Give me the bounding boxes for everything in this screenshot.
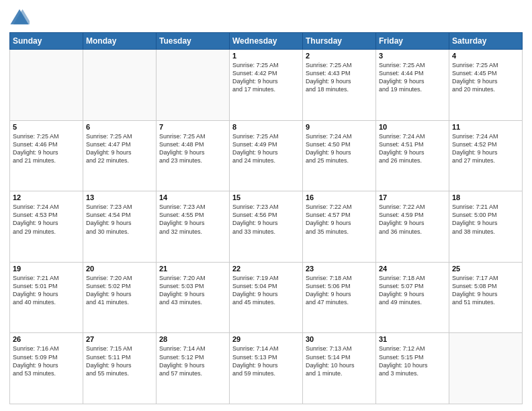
day-number: 23 [306, 265, 373, 273]
day-detail: Sunrise: 7:20 AM Sunset: 5:02 PM Dayligh… [86, 274, 153, 307]
day-number: 27 [86, 335, 153, 343]
calendar-cell: 13Sunrise: 7:23 AM Sunset: 4:54 PM Dayli… [83, 191, 157, 263]
calendar-cell: 3Sunrise: 7:25 AM Sunset: 4:44 PM Daylig… [376, 50, 449, 121]
week-row-4: 26Sunrise: 7:16 AM Sunset: 5:09 PM Dayli… [10, 333, 523, 404]
calendar-cell: 25Sunrise: 7:17 AM Sunset: 5:08 PM Dayli… [449, 262, 523, 333]
day-number: 29 [232, 335, 300, 343]
day-number: 12 [13, 193, 80, 201]
day-detail: Sunrise: 7:25 AM Sunset: 4:47 PM Dayligh… [86, 132, 153, 165]
day-number: 31 [379, 335, 446, 343]
calendar-cell: 26Sunrise: 7:16 AM Sunset: 5:09 PM Dayli… [10, 333, 83, 404]
calendar-cell: 21Sunrise: 7:20 AM Sunset: 5:03 PM Dayli… [157, 262, 230, 333]
day-detail: Sunrise: 7:24 AM Sunset: 4:51 PM Dayligh… [379, 132, 446, 165]
weekday-header-wednesday: Wednesday [230, 33, 303, 50]
day-number: 21 [159, 265, 226, 273]
day-detail: Sunrise: 7:21 AM Sunset: 5:00 PM Dayligh… [452, 203, 519, 236]
weekday-header-friday: Friday [376, 33, 449, 50]
day-detail: Sunrise: 7:19 AM Sunset: 5:04 PM Dayligh… [232, 274, 300, 307]
day-number: 8 [232, 123, 300, 131]
day-number: 22 [232, 265, 300, 273]
calendar-cell: 17Sunrise: 7:22 AM Sunset: 4:59 PM Dayli… [376, 191, 449, 263]
calendar-cell [449, 333, 523, 404]
day-number: 10 [379, 123, 446, 131]
day-detail: Sunrise: 7:25 AM Sunset: 4:43 PM Dayligh… [306, 61, 373, 94]
day-number: 16 [306, 193, 373, 201]
day-detail: Sunrise: 7:25 AM Sunset: 4:45 PM Dayligh… [452, 61, 519, 94]
day-detail: Sunrise: 7:24 AM Sunset: 4:52 PM Dayligh… [452, 132, 519, 165]
calendar-cell: 6Sunrise: 7:25 AM Sunset: 4:47 PM Daylig… [83, 120, 157, 191]
calendar-cell: 28Sunrise: 7:14 AM Sunset: 5:12 PM Dayli… [157, 333, 230, 404]
calendar-cell: 8Sunrise: 7:25 AM Sunset: 4:49 PM Daylig… [230, 120, 303, 191]
day-detail: Sunrise: 7:24 AM Sunset: 4:50 PM Dayligh… [306, 132, 373, 165]
calendar-cell: 18Sunrise: 7:21 AM Sunset: 5:00 PM Dayli… [449, 191, 523, 263]
calendar-cell: 4Sunrise: 7:25 AM Sunset: 4:45 PM Daylig… [449, 50, 523, 121]
calendar-cell: 10Sunrise: 7:24 AM Sunset: 4:51 PM Dayli… [376, 120, 449, 191]
calendar-cell: 24Sunrise: 7:18 AM Sunset: 5:07 PM Dayli… [376, 262, 449, 333]
day-detail: Sunrise: 7:16 AM Sunset: 5:09 PM Dayligh… [13, 345, 80, 377]
day-detail: Sunrise: 7:22 AM Sunset: 4:59 PM Dayligh… [379, 203, 446, 236]
week-row-2: 12Sunrise: 7:24 AM Sunset: 4:53 PM Dayli… [10, 191, 523, 263]
day-detail: Sunrise: 7:24 AM Sunset: 4:53 PM Dayligh… [13, 203, 80, 236]
day-detail: Sunrise: 7:17 AM Sunset: 5:08 PM Dayligh… [452, 274, 519, 307]
day-detail: Sunrise: 7:14 AM Sunset: 5:12 PM Dayligh… [159, 345, 226, 377]
day-detail: Sunrise: 7:21 AM Sunset: 5:01 PM Dayligh… [13, 274, 80, 307]
day-number: 24 [379, 265, 446, 273]
calendar-cell: 19Sunrise: 7:21 AM Sunset: 5:01 PM Dayli… [10, 262, 83, 333]
day-number: 19 [13, 265, 80, 273]
calendar-cell: 16Sunrise: 7:22 AM Sunset: 4:57 PM Dayli… [303, 191, 376, 263]
day-detail: Sunrise: 7:20 AM Sunset: 5:03 PM Dayligh… [159, 274, 226, 307]
calendar-cell: 22Sunrise: 7:19 AM Sunset: 5:04 PM Dayli… [230, 262, 303, 333]
calendar-cell: 15Sunrise: 7:23 AM Sunset: 4:56 PM Dayli… [230, 191, 303, 263]
day-number: 17 [379, 193, 446, 201]
day-detail: Sunrise: 7:25 AM Sunset: 4:48 PM Dayligh… [159, 132, 226, 165]
weekday-header-row: SundayMondayTuesdayWednesdayThursdayFrid… [10, 33, 523, 50]
day-detail: Sunrise: 7:23 AM Sunset: 4:55 PM Dayligh… [159, 203, 226, 236]
day-number: 6 [86, 123, 153, 131]
day-detail: Sunrise: 7:12 AM Sunset: 5:15 PM Dayligh… [379, 345, 446, 377]
calendar-cell: 2Sunrise: 7:25 AM Sunset: 4:43 PM Daylig… [303, 50, 376, 121]
day-detail: Sunrise: 7:25 AM Sunset: 4:42 PM Dayligh… [232, 61, 300, 94]
day-number: 30 [306, 335, 373, 343]
calendar-cell: 7Sunrise: 7:25 AM Sunset: 4:48 PM Daylig… [157, 120, 230, 191]
calendar-cell [10, 50, 83, 121]
day-detail: Sunrise: 7:18 AM Sunset: 5:06 PM Dayligh… [306, 274, 373, 307]
day-detail: Sunrise: 7:18 AM Sunset: 5:07 PM Dayligh… [379, 274, 446, 307]
day-detail: Sunrise: 7:15 AM Sunset: 5:11 PM Dayligh… [86, 345, 153, 377]
day-number: 7 [159, 123, 226, 131]
day-number: 1 [232, 52, 300, 60]
day-number: 4 [452, 52, 519, 60]
calendar-cell: 27Sunrise: 7:15 AM Sunset: 5:11 PM Dayli… [83, 333, 157, 404]
week-row-0: 1Sunrise: 7:25 AM Sunset: 4:42 PM Daylig… [10, 50, 523, 121]
calendar-cell [157, 50, 230, 121]
day-number: 20 [86, 265, 153, 273]
day-number: 3 [379, 52, 446, 60]
day-number: 26 [13, 335, 80, 343]
calendar-cell: 20Sunrise: 7:20 AM Sunset: 5:02 PM Dayli… [83, 262, 157, 333]
day-detail: Sunrise: 7:25 AM Sunset: 4:49 PM Dayligh… [232, 132, 300, 165]
weekday-header-monday: Monday [83, 33, 157, 50]
day-number: 5 [13, 123, 80, 131]
calendar-cell [83, 50, 157, 121]
day-detail: Sunrise: 7:23 AM Sunset: 4:54 PM Dayligh… [86, 203, 153, 236]
calendar-cell: 9Sunrise: 7:24 AM Sunset: 4:50 PM Daylig… [303, 120, 376, 191]
day-number: 15 [232, 193, 300, 201]
weekday-header-sunday: Sunday [10, 33, 83, 50]
calendar-cell: 5Sunrise: 7:25 AM Sunset: 4:46 PM Daylig… [10, 120, 83, 191]
logo [9, 7, 31, 27]
week-row-1: 5Sunrise: 7:25 AM Sunset: 4:46 PM Daylig… [10, 120, 523, 191]
day-detail: Sunrise: 7:14 AM Sunset: 5:13 PM Dayligh… [232, 345, 300, 377]
header [9, 7, 523, 27]
calendar-cell: 31Sunrise: 7:12 AM Sunset: 5:15 PM Dayli… [376, 333, 449, 404]
week-row-3: 19Sunrise: 7:21 AM Sunset: 5:01 PM Dayli… [10, 262, 523, 333]
calendar-cell: 12Sunrise: 7:24 AM Sunset: 4:53 PM Dayli… [10, 191, 83, 263]
calendar-cell: 29Sunrise: 7:14 AM Sunset: 5:13 PM Dayli… [230, 333, 303, 404]
day-number: 25 [452, 265, 519, 273]
calendar-cell: 23Sunrise: 7:18 AM Sunset: 5:06 PM Dayli… [303, 262, 376, 333]
weekday-header-saturday: Saturday [449, 33, 523, 50]
day-detail: Sunrise: 7:22 AM Sunset: 4:57 PM Dayligh… [306, 203, 373, 236]
day-number: 14 [159, 193, 226, 201]
day-number: 2 [306, 52, 373, 60]
day-detail: Sunrise: 7:25 AM Sunset: 4:44 PM Dayligh… [379, 61, 446, 94]
day-detail: Sunrise: 7:13 AM Sunset: 5:14 PM Dayligh… [306, 345, 373, 377]
calendar-table: SundayMondayTuesdayWednesdayThursdayFrid… [9, 32, 523, 404]
